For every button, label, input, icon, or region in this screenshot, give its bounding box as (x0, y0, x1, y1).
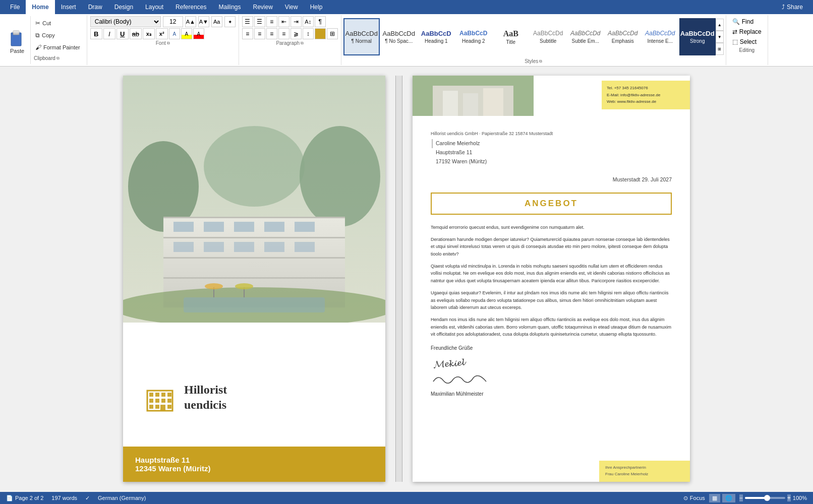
document-area: Hillorist uendicis Hauptstraße 11 12345 … (0, 66, 813, 492)
replace-button[interactable]: ⇄ Replace (730, 27, 764, 36)
tab-file[interactable]: File (4, 0, 26, 14)
align-center-button[interactable]: ≡ (254, 28, 265, 39)
font-family-select[interactable]: Calibri (Body) (90, 16, 161, 27)
recipient-city: 17192 Waren (Müritz) (432, 157, 672, 166)
style-heading1[interactable]: AaBbCcD Heading 1 (418, 18, 454, 55)
shading-button[interactable] (315, 28, 326, 39)
zoom-out-button[interactable]: − (739, 494, 743, 501)
styles-group-label[interactable]: Styles ⧉ (525, 58, 542, 64)
font-group-label-text: Font (156, 40, 166, 46)
text-effects-button[interactable]: A (169, 28, 180, 39)
align-right-button[interactable]: ≡ (266, 28, 277, 39)
copy-button[interactable]: ⧉ Copy (34, 31, 82, 39)
font-size-input[interactable] (163, 16, 183, 27)
bold-button[interactable]: B (90, 28, 102, 39)
signature-svg (431, 371, 491, 387)
style-subtle-em[interactable]: AaBbCcDd Subtle Em... (567, 18, 604, 55)
paragraph-group-label-text: Paragraph (276, 40, 300, 46)
style-title-preview: AaB (503, 29, 518, 38)
style-subtitle[interactable]: AaBbCcDd Subtitle (530, 18, 566, 55)
font-color-button[interactable]: A (193, 28, 204, 39)
paragraph-group-label[interactable]: Paragraph ⧉ (276, 40, 304, 46)
clipboard-group-label[interactable]: Clipboard ⧉ (34, 55, 82, 61)
gallery-scroll-down-button[interactable]: ▼ (716, 31, 724, 43)
tab-design[interactable]: Design (108, 0, 139, 14)
web-layout-button[interactable]: 🌐 (722, 494, 735, 502)
line-spacing-button[interactable]: ↕ (303, 28, 314, 39)
style-title[interactable]: AaB Title (493, 18, 529, 55)
strikethrough-button[interactable]: ab (130, 28, 142, 39)
italic-button[interactable]: I (103, 28, 115, 39)
svg-rect-34 (155, 399, 159, 403)
style-normal[interactable]: AaBbCcDd ¶ Normal (343, 18, 380, 55)
change-case-button[interactable]: Aa (211, 16, 222, 27)
borders-button[interactable]: ⊞ (327, 28, 338, 39)
style-subtitle-label: Subtitle (540, 38, 556, 44)
tab-help[interactable]: Help (304, 0, 329, 14)
svg-rect-15 (264, 222, 284, 232)
zoom-in-button[interactable]: + (787, 494, 791, 501)
svg-rect-18 (204, 242, 224, 252)
language[interactable]: German (Germany) (98, 495, 146, 501)
show-hide-button[interactable]: ¶ (315, 16, 326, 27)
focus-button[interactable]: ⊙ Focus (683, 495, 705, 501)
justify-button[interactable]: ≡ (278, 28, 289, 39)
tab-insert[interactable]: Insert (55, 0, 82, 14)
svg-rect-12 (173, 222, 194, 232)
subscript-button[interactable]: x₂ (143, 28, 155, 39)
tab-layout[interactable]: Layout (139, 0, 169, 14)
decrease-indent-button[interactable]: ⇤ (278, 16, 289, 27)
paste-button[interactable]: Paste (4, 16, 31, 64)
highlight-color-button[interactable]: A (181, 28, 192, 39)
style-strong-label: Strong (690, 38, 705, 44)
word-count[interactable]: 197 words (51, 495, 77, 501)
share-button[interactable]: ⤴ Share (776, 2, 809, 13)
contact-email: E-Mail: info@fiktiv-adresse.de (607, 92, 685, 99)
proofing-icon[interactable]: ✓ (85, 495, 90, 501)
zoom-slider[interactable] (745, 497, 785, 499)
multilevel-list-button[interactable]: ≡ (266, 16, 277, 27)
style-emphasis[interactable]: AaBbCcDd Emphasis (605, 18, 641, 55)
style-heading2[interactable]: AaBbCcD Heading 2 (455, 18, 492, 55)
gallery-more-button[interactable]: ⊞ (716, 43, 724, 55)
columns-button[interactable]: ⫺ (291, 28, 302, 39)
tab-draw[interactable]: Draw (82, 0, 108, 14)
sort-button[interactable]: A↕ (303, 16, 314, 27)
svg-rect-29 (149, 393, 153, 397)
letter-signatory: Maximilian Mühlmeister (431, 391, 672, 397)
underline-button[interactable]: U (117, 28, 129, 39)
tab-view[interactable]: View (279, 0, 304, 14)
font-size-increase-button[interactable]: A▲ (185, 16, 196, 27)
superscript-button[interactable]: x² (156, 28, 168, 39)
align-left-button[interactable]: ≡ (242, 28, 253, 39)
style-no-space-label: ¶ No Spac... (385, 38, 413, 44)
contact-web: Web: www.fiktiv-adresse.de (607, 98, 685, 105)
print-layout-button[interactable]: ▦ (709, 494, 720, 502)
tab-references[interactable]: References (169, 0, 212, 14)
style-no-space[interactable]: AaBbCcDd ¶ No Spac... (381, 18, 417, 55)
letter-header-photo-svg (413, 76, 534, 116)
page-container: Hillorist uendicis Hauptstraße 11 12345 … (0, 66, 813, 492)
cut-button[interactable]: ✂ Cut (34, 19, 82, 27)
style-no-space-preview: AaBbCcDd (383, 30, 415, 38)
find-button[interactable]: 🔍 Find (730, 17, 764, 26)
font-group-inner: Calibri (Body) A▲ A▼ Aa ✦ B I U ab x₂ x²… (90, 16, 236, 39)
increase-indent-button[interactable]: ⇥ (291, 16, 302, 27)
gallery-scroll-up-button[interactable]: ▲ (716, 19, 724, 31)
svg-point-25 (205, 283, 223, 289)
font-group-label[interactable]: Font ⧉ (156, 40, 170, 46)
bullets-button[interactable]: ☰ (242, 16, 253, 27)
tab-mailings[interactable]: Mailings (212, 0, 247, 14)
numbering-button[interactable]: ☰ (254, 16, 265, 27)
svg-rect-30 (155, 393, 159, 397)
format-painter-button[interactable]: 🖌 Format Painter (34, 43, 82, 51)
clear-formatting-button[interactable]: ✦ (224, 16, 236, 27)
tab-home[interactable]: Home (26, 0, 54, 14)
style-intense-em[interactable]: AaBbCcDd Intense E... (642, 18, 678, 55)
svg-rect-37 (149, 405, 153, 409)
tab-review[interactable]: Review (247, 0, 279, 14)
style-strong[interactable]: AaBbCcDd Strong (679, 18, 716, 55)
select-button[interactable]: ⬚ Select (730, 37, 764, 46)
font-size-decrease-button[interactable]: A▼ (198, 16, 209, 27)
paste-label: Paste (10, 48, 24, 54)
